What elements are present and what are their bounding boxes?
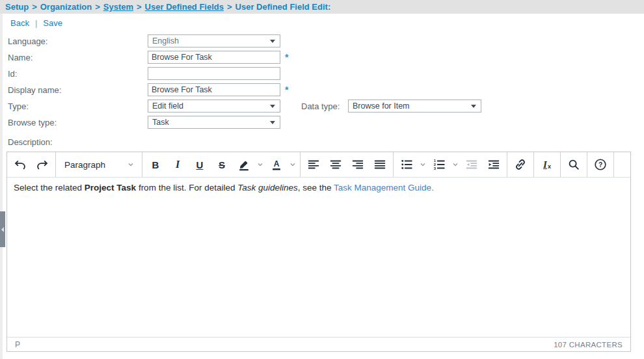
alignment-group xyxy=(301,152,394,177)
highlight-color-chevron[interactable] xyxy=(255,153,265,176)
font-style-group: B I U S A xyxy=(142,152,301,177)
italic-button[interactable]: I xyxy=(167,153,189,176)
bullet-list-chevron[interactable] xyxy=(418,153,428,176)
text-color-button[interactable]: A xyxy=(265,153,288,176)
undo-button[interactable] xyxy=(9,153,31,176)
align-right-button[interactable] xyxy=(347,153,369,176)
redo-icon xyxy=(35,157,49,172)
language-label: Language: xyxy=(8,36,148,46)
browse-type-select[interactable]: Task xyxy=(148,116,280,129)
type-select[interactable]: Edit field xyxy=(148,100,280,113)
text-color-chevron[interactable] xyxy=(288,153,298,176)
id-label: Id: xyxy=(8,69,148,79)
rich-text-editor: Paragraph B I U S xyxy=(7,152,631,352)
redo-button[interactable] xyxy=(31,153,53,176)
chevron-down-icon xyxy=(471,105,476,108)
data-type-select-value: Browse for Item xyxy=(353,101,410,111)
link-icon xyxy=(513,157,528,172)
search-button[interactable] xyxy=(563,153,585,176)
svg-text:A: A xyxy=(274,159,280,168)
id-row: Id: xyxy=(8,67,644,80)
clear-formatting-button[interactable]: Ix xyxy=(536,153,558,176)
editor-status-bar: P 107 CHARACTERS xyxy=(7,337,630,351)
breadcrumb-system[interactable]: System xyxy=(103,2,133,12)
undo-icon xyxy=(13,157,27,172)
language-select[interactable]: English xyxy=(148,34,280,47)
display-name-input[interactable] xyxy=(148,83,280,96)
breadcrumb: Setup > Organization > System > User Def… xyxy=(0,0,644,14)
browse-type-label: Browse type: xyxy=(8,118,148,127)
undo-redo-group xyxy=(7,152,56,177)
svg-text:?: ? xyxy=(598,161,602,168)
name-input[interactable] xyxy=(148,51,280,64)
udf-edit-form: Language: English Name: * Id: Display na… xyxy=(0,34,644,129)
align-justify-icon xyxy=(373,157,387,172)
browse-type-row: Browse type: Task xyxy=(8,116,644,129)
action-bar: Back | Save xyxy=(10,18,644,28)
text-segment-italic: Task guidelines xyxy=(237,183,298,193)
insert-link-button[interactable] xyxy=(509,153,531,176)
bold-button[interactable]: B xyxy=(144,153,167,176)
block-format-group: Paragraph xyxy=(56,152,142,177)
indent-button[interactable] xyxy=(483,153,505,176)
text-segment: from the list. For detailed xyxy=(136,183,237,193)
chevron-down-icon xyxy=(127,161,135,168)
description-label: Description: xyxy=(8,137,644,147)
bullet-list-button[interactable] xyxy=(396,153,418,176)
content-link[interactable]: Task Management Guide xyxy=(334,183,431,193)
save-button[interactable]: Save xyxy=(43,18,62,28)
back-button[interactable]: Back xyxy=(10,18,29,28)
content-link-period: . xyxy=(431,183,434,193)
paragraph-format-dropdown[interactable]: Paragraph xyxy=(58,153,140,176)
highlighter-icon xyxy=(237,157,251,172)
data-type-select[interactable]: Browse for Item xyxy=(348,100,481,113)
bullet-list-icon xyxy=(399,157,414,172)
chevron-down-icon xyxy=(270,105,275,108)
chevron-down-icon xyxy=(270,121,275,124)
text-segment-bold: Project Task xyxy=(85,183,136,193)
indent-icon xyxy=(487,157,501,172)
align-left-icon xyxy=(306,157,321,172)
editor-toolbar: Paragraph B I U S xyxy=(7,152,630,178)
editor-content-area[interactable]: Select the related Project Task from the… xyxy=(7,178,630,337)
panel-collapse-handle[interactable] xyxy=(0,211,5,247)
align-right-icon xyxy=(351,157,365,172)
text-color-icon: A xyxy=(269,157,284,172)
id-input[interactable] xyxy=(148,67,280,80)
numbered-list-chevron[interactable] xyxy=(450,153,461,176)
strikethrough-button[interactable]: S xyxy=(211,153,233,176)
data-type-label: Data type: xyxy=(301,101,348,111)
display-name-row: Display name: * xyxy=(8,83,644,96)
action-divider: | xyxy=(35,18,37,28)
chevron-down-icon xyxy=(270,40,275,43)
breadcrumb-user-defined-fields[interactable]: User Defined Fields xyxy=(145,2,224,12)
underline-button[interactable]: U xyxy=(189,153,211,176)
element-path[interactable]: P xyxy=(15,340,20,349)
language-select-value: English xyxy=(152,36,179,46)
help-icon: ? xyxy=(593,157,608,172)
breadcrumb-setup[interactable]: Setup xyxy=(5,2,29,12)
bold-icon: B xyxy=(152,159,159,170)
required-asterisk: * xyxy=(285,52,288,62)
highlight-color-button[interactable] xyxy=(233,153,255,176)
align-justify-button[interactable] xyxy=(369,153,391,176)
numbered-list-button[interactable]: 1 2 3 xyxy=(428,153,450,176)
help-button[interactable]: ? xyxy=(589,153,611,176)
align-center-button[interactable] xyxy=(325,153,347,176)
character-count: 107 CHARACTERS xyxy=(554,341,623,349)
browse-type-select-value: Task xyxy=(152,118,169,127)
display-name-label: Display name: xyxy=(8,85,148,95)
outdent-icon xyxy=(464,157,479,172)
link-group xyxy=(507,152,534,177)
required-asterisk: * xyxy=(285,85,288,95)
outdent-button xyxy=(461,153,483,176)
name-row: Name: * xyxy=(8,51,644,64)
breadcrumb-organization[interactable]: Organization xyxy=(40,2,92,12)
align-left-button[interactable] xyxy=(302,153,325,176)
language-row: Language: English xyxy=(8,34,644,47)
type-row: Type: Edit field Data type: Browse for I… xyxy=(8,100,644,113)
help-group: ? xyxy=(587,152,614,177)
left-edge-strip xyxy=(0,14,3,359)
collapse-arrow-icon xyxy=(1,227,4,232)
search-group xyxy=(561,152,587,177)
